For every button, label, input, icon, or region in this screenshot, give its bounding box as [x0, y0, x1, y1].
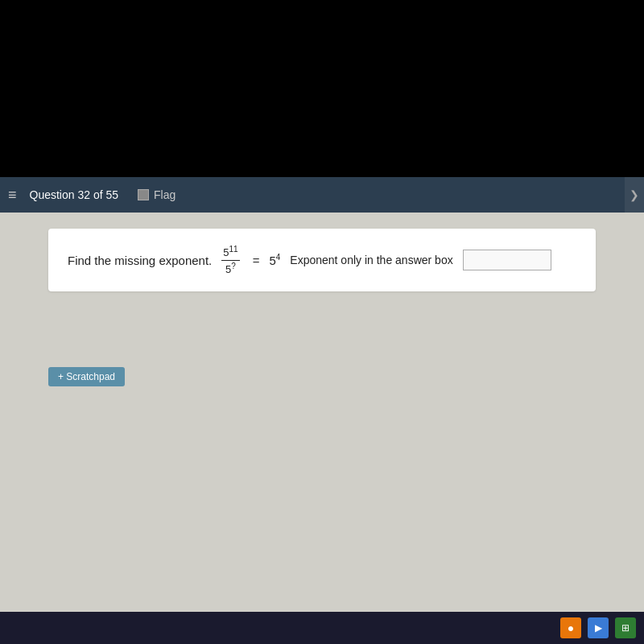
fraction-numerator: 511 — [221, 245, 239, 261]
denominator-exponent: ? — [231, 262, 236, 270]
fraction: 511 5? — [221, 245, 239, 275]
question-card: Find the missing exponent. 511 5? = 54 E… — [48, 229, 596, 291]
fraction-denominator: 5? — [224, 261, 237, 276]
math-expression: 511 5? — [221, 245, 239, 275]
taskbar-icon-1-glyph: ● — [568, 621, 574, 634]
taskbar: ● ▶ ⊞ — [0, 612, 644, 644]
next-chevron-button[interactable]: ❯ — [625, 177, 644, 213]
question-instruction: Find the missing exponent. — [68, 254, 212, 267]
answer-input[interactable] — [463, 250, 551, 270]
top-black-region — [0, 0, 644, 177]
content-area: Find the missing exponent. 511 5? = 54 E… — [0, 213, 644, 644]
hamburger-icon[interactable]: ≡ — [8, 187, 17, 204]
taskbar-icon-3-glyph: ⊞ — [621, 622, 630, 634]
header-bar: ≡ Question 32 of 55 Flag ❯ — [0, 177, 644, 213]
numerator-exponent: 11 — [229, 245, 238, 254]
flag-box-icon — [138, 189, 149, 200]
flag-area[interactable]: Flag — [138, 188, 175, 201]
taskbar-icon-1[interactable]: ● — [560, 617, 581, 638]
equals-sign: = — [253, 254, 260, 267]
answer-box-label: Exponent only in the answer box — [290, 254, 452, 266]
question-label: Question 32 of 55 — [30, 188, 119, 201]
taskbar-icon-3[interactable]: ⊞ — [615, 617, 636, 638]
taskbar-icon-2-glyph: ▶ — [595, 622, 602, 634]
result-expression: 54 — [269, 253, 280, 267]
scratchpad-button[interactable]: + Scratchpad — [48, 367, 125, 386]
taskbar-icon-2[interactable]: ▶ — [588, 617, 609, 638]
result-exponent: 4 — [276, 253, 281, 262]
flag-label: Flag — [154, 188, 175, 201]
